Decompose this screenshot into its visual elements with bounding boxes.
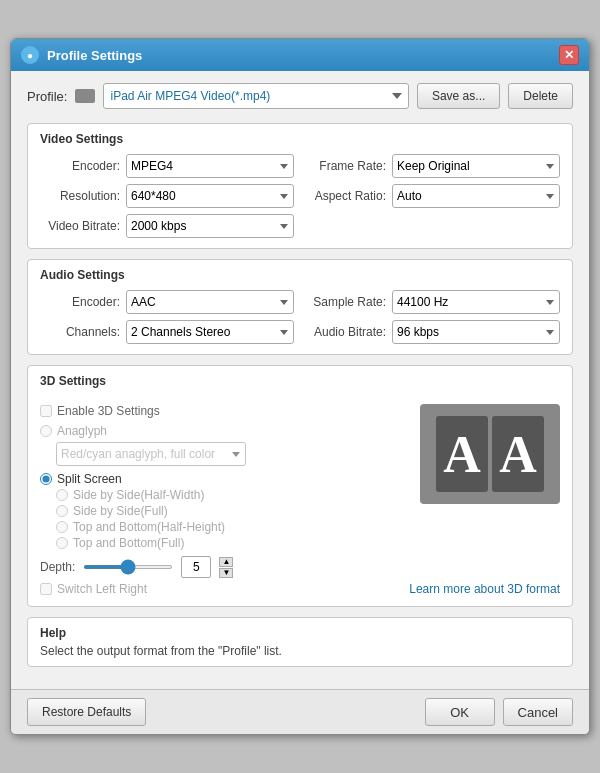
side-by-side-full-row: Side by Side(Full) [56,504,399,518]
cancel-button[interactable]: Cancel [503,698,573,726]
save-as-button[interactable]: Save as... [417,83,500,109]
top-bottom-full-radio[interactable] [56,537,68,549]
three-d-title: 3D Settings [40,374,106,388]
frame-rate-select[interactable]: Keep Original [392,154,560,178]
sample-rate-label: Sample Rate: [306,295,386,309]
three-d-right-panel: A A Learn more about 3D format [409,404,560,596]
audio-encoder-select[interactable]: AAC [126,290,294,314]
video-settings-grid: Encoder: MPEG4 Frame Rate: Keep Original… [40,154,560,238]
aspect-ratio-label: Aspect Ratio: [306,189,386,203]
depth-spinner: ▲ ▼ [219,557,233,578]
anaglyph-select[interactable]: Red/cyan anaglyph, full color [56,442,246,466]
dialog-content: Profile: iPad Air MPEG4 Video(*.mp4) Sav… [11,71,589,689]
top-bottom-half-label: Top and Bottom(Half-Height) [73,520,225,534]
depth-slider[interactable] [83,565,173,569]
app-icon: ● [21,46,39,64]
depth-increment-button[interactable]: ▲ [219,557,233,567]
switch-left-right-label: Switch Left Right [57,582,147,596]
depth-decrement-button[interactable]: ▼ [219,568,233,578]
video-settings-section: Video Settings Encoder: MPEG4 Frame Rate… [27,123,573,249]
audio-settings-section: Audio Settings Encoder: AAC Sample Rate:… [27,259,573,355]
aspect-ratio-row: Aspect Ratio: Auto [306,184,560,208]
depth-value-input[interactable] [181,556,211,578]
three-d-left: Enable 3D Settings Anaglyph Red/cyan ana… [40,404,399,596]
side-by-side-half-row: Side by Side(Half-Width) [56,488,399,502]
frame-rate-row: Frame Rate: Keep Original [306,154,560,178]
title-bar: ● Profile Settings ✕ [11,39,589,71]
aa-letter-left: A [436,416,488,492]
resolution-row: Resolution: 640*480 [40,184,294,208]
audio-settings-grid: Encoder: AAC Sample Rate: 44100 Hz Chann… [40,290,560,344]
side-by-side-half-label: Side by Side(Half-Width) [73,488,204,502]
title-bar-left: ● Profile Settings [21,46,142,64]
video-bitrate-select[interactable]: 2000 kbps [126,214,294,238]
depth-label: Depth: [40,560,75,574]
side-by-side-half-radio[interactable] [56,489,68,501]
top-bottom-half-radio[interactable] [56,521,68,533]
switch-left-right-row: Switch Left Right [40,582,399,596]
split-screen-radio[interactable] [40,473,52,485]
profile-row: Profile: iPad Air MPEG4 Video(*.mp4) Sav… [27,83,573,109]
anaglyph-select-row: Red/cyan anaglyph, full color [56,442,399,466]
learn-more-link[interactable]: Learn more about 3D format [409,582,560,596]
video-bitrate-label: Video Bitrate: [40,219,120,233]
enable-3d-label: Enable 3D Settings [57,404,160,418]
depth-row: Depth: ▲ ▼ [40,556,399,578]
video-settings-title: Video Settings [40,132,560,146]
split-screen-row: Split Screen [40,472,399,486]
channels-select[interactable]: 2 Channels Stereo [126,320,294,344]
split-screen-options: Side by Side(Half-Width) Side by Side(Fu… [56,488,399,550]
audio-bitrate-row: Audio Bitrate: 96 kbps [306,320,560,344]
three-d-section: 3D Settings Enable 3D Settings Anaglyph [27,365,573,607]
anaglyph-row: Anaglyph [40,424,399,438]
close-button[interactable]: ✕ [559,45,579,65]
anaglyph-label: Anaglyph [57,424,107,438]
restore-defaults-button[interactable]: Restore Defaults [27,698,146,726]
audio-bitrate-label: Audio Bitrate: [306,325,386,339]
video-bitrate-row: Video Bitrate: 2000 kbps [40,214,294,238]
profile-label: Profile: [27,89,67,104]
aa-preview: A A [436,416,544,492]
top-bottom-full-label: Top and Bottom(Full) [73,536,184,550]
encoder-select[interactable]: MPEG4 [126,154,294,178]
help-text: Select the output format from the "Profi… [40,644,560,658]
audio-encoder-row: Encoder: AAC [40,290,294,314]
audio-bitrate-select[interactable]: 96 kbps [392,320,560,344]
top-bottom-half-row: Top and Bottom(Half-Height) [56,520,399,534]
encoder-label: Encoder: [40,159,120,173]
sample-rate-row: Sample Rate: 44100 Hz [306,290,560,314]
profile-select[interactable]: iPad Air MPEG4 Video(*.mp4) [103,83,408,109]
profile-settings-dialog: ● Profile Settings ✕ Profile: iPad Air M… [10,38,590,735]
audio-settings-title: Audio Settings [40,268,560,282]
bottom-bar: Restore Defaults OK Cancel [11,689,589,734]
enable-3d-row: Enable 3D Settings [40,404,399,418]
profile-device-icon [75,89,95,103]
dialog-title: Profile Settings [47,48,142,63]
split-screen-label: Split Screen [57,472,122,486]
channels-label: Channels: [40,325,120,339]
aa-letter-right: A [492,416,544,492]
three-d-body: Enable 3D Settings Anaglyph Red/cyan ana… [40,404,560,596]
switch-left-right-checkbox[interactable] [40,583,52,595]
aspect-ratio-select[interactable]: Auto [392,184,560,208]
side-by-side-full-radio[interactable] [56,505,68,517]
channels-row: Channels: 2 Channels Stereo [40,320,294,344]
anaglyph-radio[interactable] [40,425,52,437]
audio-encoder-label: Encoder: [40,295,120,309]
resolution-label: Resolution: [40,189,120,203]
sample-rate-select[interactable]: 44100 Hz [392,290,560,314]
help-section: Help Select the output format from the "… [27,617,573,667]
side-by-side-full-label: Side by Side(Full) [73,504,168,518]
encoder-row: Encoder: MPEG4 [40,154,294,178]
resolution-select[interactable]: 640*480 [126,184,294,208]
top-bottom-full-row: Top and Bottom(Full) [56,536,399,550]
three-d-header: 3D Settings [40,374,560,396]
preview-box: A A [420,404,560,504]
delete-button[interactable]: Delete [508,83,573,109]
frame-rate-label: Frame Rate: [306,159,386,173]
ok-button[interactable]: OK [425,698,495,726]
enable-3d-checkbox[interactable] [40,405,52,417]
bottom-right-buttons: OK Cancel [425,698,573,726]
help-title: Help [40,626,560,640]
